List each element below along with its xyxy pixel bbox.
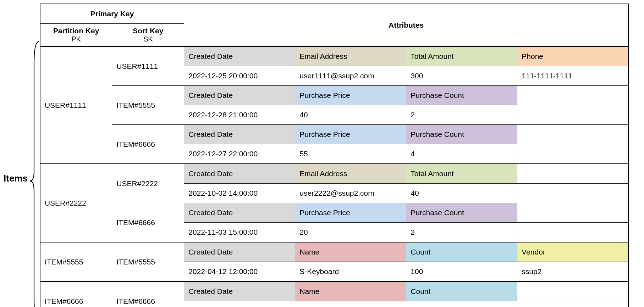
attr-name-cell: Created Date [184,86,295,105]
attr-name-cell: Created Date [184,203,295,223]
attr-name-cell: Email Address [295,46,406,66]
sk-cell: ITEM#6666 [112,125,184,164]
attr-name-cell: Purchase Count [406,203,517,223]
attr-name-cell [517,281,628,301]
attr-value-cell [517,105,628,125]
attr-value-cell [517,301,628,307]
attr-value-cell: 2 [406,105,517,125]
attr-name-cell [517,203,628,223]
attr-value-cell: 2022-05-30 16:00:00 [184,301,295,307]
attr-value-cell: 2022-10-02 14:00:00 [184,184,295,203]
attr-value-cell: 2022-12-28 21:00:00 [184,105,295,125]
attr-name-cell: Purchase Count [406,86,517,105]
attr-name-cell: Count [406,281,517,301]
attr-name-cell: Purchase Price [295,203,406,223]
sk-cell: ITEM#6666 [112,203,184,242]
header-sort-key: Sort Key SK [112,24,184,47]
pk-cell: USER#2222 [40,164,112,242]
sk-cell: USER#2222 [112,164,184,203]
attr-name-cell: Created Date [184,281,295,301]
attr-value-cell [517,223,628,242]
attr-name-cell: Purchase Price [295,125,406,144]
attr-name-cell: Created Date [184,164,295,184]
items-label: Items [4,141,29,184]
attr-value-cell: 55 [295,144,406,164]
attr-name-cell: Created Date [184,242,295,262]
sk-cell: ITEM#5555 [112,86,184,125]
attr-name-cell: Total Amount [406,46,517,66]
attr-value-cell: 2022-12-27 22:00:00 [184,144,295,164]
header-sort-key-main: Sort Key [116,27,180,35]
attr-value-cell [517,184,628,203]
attr-value-cell: user2222@ssup2.com [295,184,406,203]
attr-value-cell: S-Mouse [295,301,406,307]
attr-name-cell: Total Amount [406,164,517,184]
attr-name-cell: Name [295,281,406,301]
attr-value-cell: 40 [406,184,517,203]
attr-value-cell: 2022-12-25 20:00:00 [184,66,295,86]
attr-name-cell: Name [295,242,406,262]
attr-value-cell: user1111@ssup2.com [295,66,406,86]
attr-name-cell: Vendor [517,242,628,262]
attr-name-cell: Created Date [184,125,295,144]
attr-name-cell: Purchase Count [406,125,517,144]
pk-cell: USER#1111 [40,46,112,164]
attr-name-cell: Created Date [184,46,295,66]
attr-name-cell [517,125,628,144]
attr-value-cell: 40 [295,105,406,125]
header-partition-key-sub: PK [45,35,108,43]
sk-cell: ITEM#6666 [112,281,184,307]
header-sort-key-sub: SK [116,35,180,43]
attr-value-cell: 20 [295,223,406,242]
attr-value-cell: 2022-11-03 15:00:00 [184,223,295,242]
attr-value-cell: 111-1111-1111 [517,66,628,86]
attr-value-cell: S-Keyboard [295,262,406,282]
attr-name-cell: Email Address [295,164,406,184]
header-primary-key: Primary Key [40,4,184,24]
attr-value-cell: 4 [406,144,517,164]
attr-name-cell: Count [406,242,517,262]
attr-value-cell: 2022-04-12 12:00:00 [184,262,295,282]
dynamodb-table: Primary Key Attributes Partition Key PK … [40,4,629,307]
header-attributes-text: Attributes [389,21,424,29]
attr-value-cell: 50 [406,301,517,307]
pk-cell: ITEM#5555 [40,242,112,281]
header-primary-key-text: Primary Key [90,10,134,18]
attr-value-cell: 300 [406,66,517,86]
attr-name-cell [517,164,628,184]
sk-cell: USER#1111 [112,46,184,86]
attr-value-cell [517,144,628,164]
sk-cell: ITEM#5555 [112,242,184,281]
header-attributes: Attributes [184,4,628,46]
attr-value-cell: 2 [406,223,517,242]
attr-value-cell: 100 [406,262,517,282]
header-partition-key-main: Partition Key [45,27,108,35]
attr-name-cell: Purchase Price [295,86,406,105]
items-label-text: Items [4,173,28,184]
brace-icon [29,41,40,307]
attr-value-cell: ssup2 [517,262,628,282]
pk-cell: ITEM#6666 [40,281,112,307]
attr-name-cell [517,86,628,105]
header-partition-key: Partition Key PK [40,24,112,47]
attr-name-cell: Phone [517,46,628,66]
